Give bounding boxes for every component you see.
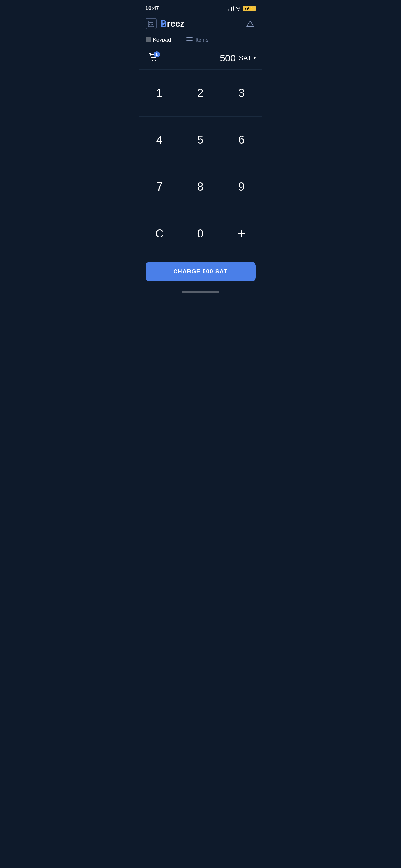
key-plus[interactable]: + [221, 210, 262, 257]
key-c[interactable]: C [139, 210, 180, 257]
tab-bar: Keypad Items [139, 33, 262, 47]
brand-icon: Ƀ [161, 19, 166, 29]
wifi-icon [235, 6, 241, 11]
keypad: 123456789C0+ [139, 69, 262, 257]
tab-divider [181, 36, 181, 44]
amount-display: 500 SAT ▾ [220, 53, 256, 63]
alert-icon[interactable] [244, 18, 256, 29]
brand-logo: Ƀreez [161, 19, 185, 29]
status-time: 16:47 [145, 5, 159, 11]
cart-button[interactable]: 1 [145, 51, 161, 66]
app-header: Ƀreez [139, 16, 262, 33]
key-3[interactable]: 3 [221, 70, 262, 117]
key-8[interactable]: 8 [180, 163, 221, 210]
key-6[interactable]: 6 [221, 117, 262, 163]
items-tab-label: Items [196, 37, 209, 43]
key-7[interactable]: 7 [139, 163, 180, 210]
key-1[interactable]: 1 [139, 70, 180, 117]
key-0[interactable]: 0 [180, 210, 221, 257]
brand-text: reez [167, 19, 185, 29]
svg-point-6 [250, 26, 250, 26]
amount-row: 1 500 SAT ▾ [139, 48, 262, 69]
currency-selector[interactable]: SAT ▾ [239, 54, 256, 62]
svg-rect-4 [152, 24, 153, 25]
status-bar: 16:47 79 ⚡ [139, 0, 262, 16]
svg-point-12 [152, 60, 153, 61]
items-icon [186, 36, 193, 43]
keypad-grid-icon [145, 37, 151, 42]
key-4[interactable]: 4 [139, 117, 180, 163]
battery-symbol: ⚡ [249, 6, 254, 11]
key-9[interactable]: 9 [221, 163, 262, 210]
svg-rect-1 [149, 22, 153, 23]
status-icons: 79 ⚡ [228, 6, 256, 11]
key-2[interactable]: 2 [180, 70, 221, 117]
home-bar [182, 291, 219, 293]
dropdown-arrow-icon: ▾ [254, 56, 256, 61]
currency-label: SAT [239, 54, 252, 62]
key-5[interactable]: 5 [180, 117, 221, 163]
svg-rect-0 [148, 21, 154, 27]
amount-value: 500 [220, 53, 235, 63]
signal-icon [228, 6, 234, 11]
battery-indicator: 79 ⚡ [243, 6, 256, 11]
tab-keypad[interactable]: Keypad [145, 34, 176, 46]
svg-rect-2 [149, 24, 150, 25]
svg-rect-3 [151, 24, 152, 25]
charge-button-container: CHARGE 500 SAT [139, 257, 262, 291]
keypad-tab-label: Keypad [153, 37, 171, 43]
tab-items[interactable]: Items [186, 33, 213, 46]
home-indicator [139, 291, 262, 295]
calculator-icon[interactable] [145, 18, 157, 29]
cart-badge: 1 [154, 51, 160, 58]
charge-button[interactable]: CHARGE 500 SAT [145, 262, 256, 281]
svg-point-13 [155, 60, 156, 61]
header-left: Ƀreez [145, 18, 185, 29]
battery-level: 79 [244, 6, 248, 11]
